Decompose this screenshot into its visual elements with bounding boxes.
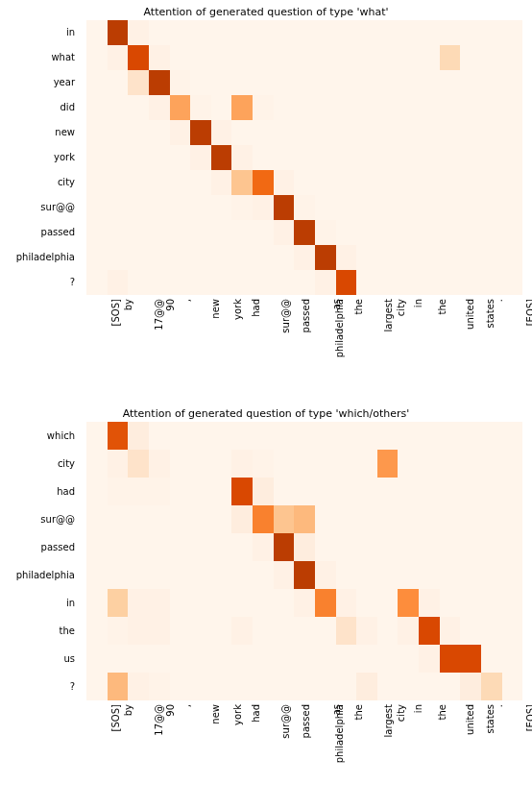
x-tick-label: as [330, 299, 341, 309]
heatmap-cell [231, 95, 253, 120]
x-tick-label: as [330, 704, 341, 715]
heatmap-cell [253, 245, 274, 270]
heatmap-cell [274, 645, 295, 673]
y-tick-label: new [0, 120, 81, 145]
heatmap-cell [440, 422, 461, 450]
heatmap-cell [294, 589, 315, 617]
heatmap-cell [336, 645, 357, 673]
heatmap-cell [108, 617, 129, 645]
heatmap-cell [502, 673, 523, 700]
heatmap-cell [128, 120, 149, 145]
heatmap-cell [294, 195, 315, 220]
heatmap-cell [190, 220, 211, 245]
heatmap-cell [211, 589, 232, 617]
heatmap-cell [502, 120, 523, 145]
y-tick-label: passed [0, 220, 81, 245]
heatmap-cell [377, 478, 399, 505]
heatmap-cell [502, 617, 523, 645]
heatmap-row [86, 70, 522, 95]
heatmap-cell [86, 95, 108, 120]
heatmap-cell [86, 450, 108, 478]
heatmap-cell [231, 422, 253, 450]
x-tick-label: . [493, 299, 503, 302]
heatmap-cell [315, 589, 336, 617]
x-tick-label: [EOS] [525, 704, 532, 731]
heatmap-cell [86, 505, 108, 533]
heatmap-cell [86, 120, 108, 145]
heatmap-cell [294, 220, 315, 245]
heatmap-cell [398, 145, 419, 170]
heatmap-cell [170, 505, 191, 533]
heatmap-cell [481, 170, 502, 195]
x-tick-label: had [252, 299, 262, 317]
heatmap-cell [108, 645, 129, 673]
heatmap-cell [419, 478, 440, 505]
heatmap-cell [398, 478, 419, 505]
heatmap-cell [460, 450, 481, 478]
heatmap-cell [274, 270, 295, 295]
heatmap-cell [274, 220, 295, 245]
heatmap-cell [419, 533, 440, 561]
heatmap-cell [86, 270, 108, 295]
heatmap-cell [211, 70, 232, 95]
heatmap-cell [149, 478, 170, 505]
heatmap-cell [398, 270, 419, 295]
heatmap-cell [128, 270, 149, 295]
heatmap-cell [253, 70, 274, 95]
heatmap-cell [149, 561, 170, 589]
heatmap-cell [377, 195, 399, 220]
heatmap-cell [315, 450, 336, 478]
heatmap-cell [86, 195, 108, 220]
heatmap-cell [315, 617, 336, 645]
heatmap-cell [502, 145, 523, 170]
heatmap-cell [419, 70, 440, 95]
x-tick-label: largest [383, 299, 394, 331]
x-tick-label: by [124, 299, 134, 310]
heatmap-cell [190, 270, 211, 295]
heatmap-cell [108, 561, 129, 589]
x-tick-label: , [181, 299, 192, 302]
heatmap-cell [481, 450, 502, 478]
heatmap-cell [419, 505, 440, 533]
heatmap-cell [231, 145, 253, 170]
y-tick-label: sur@@ [0, 195, 81, 220]
heatmap-cell [294, 70, 315, 95]
x-tick-label: . [493, 704, 503, 707]
heatmap-cell [356, 95, 377, 120]
heatmap-cell [170, 533, 191, 561]
heatmap-cell [398, 533, 419, 561]
heatmap-cell [274, 95, 295, 120]
heatmap-cell [211, 505, 232, 533]
heatmap-cell [315, 478, 336, 505]
heatmap-cell [294, 45, 315, 70]
heatmap-cell [149, 220, 170, 245]
heatmap-cell [190, 561, 211, 589]
heatmap-cell [481, 422, 502, 450]
heatmap-cell [231, 505, 253, 533]
heatmap-cell [231, 170, 253, 195]
heatmap-cell [211, 45, 232, 70]
heatmap-cell [502, 195, 523, 220]
heatmap-cell [108, 120, 129, 145]
heatmap-cell [253, 645, 274, 673]
heatmap-cell [440, 589, 461, 617]
heatmap-cell [211, 673, 232, 700]
heatmap-cell [336, 220, 357, 245]
heatmap-cell [315, 533, 336, 561]
heatmap-cell [149, 533, 170, 561]
heatmap-cell [460, 145, 481, 170]
heatmap-row [86, 617, 522, 645]
heatmap-cell [253, 673, 274, 700]
heatmap-cell [336, 120, 357, 145]
heatmap-cell [336, 70, 357, 95]
y-tick-label: sur@@ [0, 505, 81, 533]
heatmap-cell [149, 617, 170, 645]
x-tick-label: in [413, 704, 423, 713]
heatmap-cell [231, 561, 253, 589]
heatmap-cell [315, 95, 336, 120]
heatmap-cell [253, 589, 274, 617]
heatmap-cell [170, 589, 191, 617]
heatmap-cell [440, 270, 461, 295]
x-tick-label: new [210, 704, 221, 724]
heatmap-cell [149, 145, 170, 170]
